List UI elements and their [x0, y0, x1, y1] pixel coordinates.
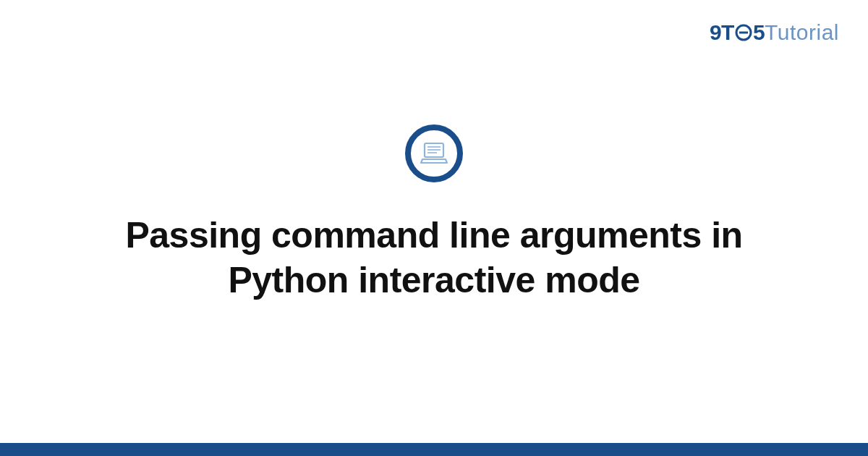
main-content: Passing command line arguments in Python… — [0, 0, 868, 456]
page-title: Passing command line arguments in Python… — [72, 213, 796, 303]
hero-icon-circle — [405, 124, 463, 182]
footer-accent-bar — [0, 443, 868, 456]
laptop-icon — [418, 138, 450, 169]
